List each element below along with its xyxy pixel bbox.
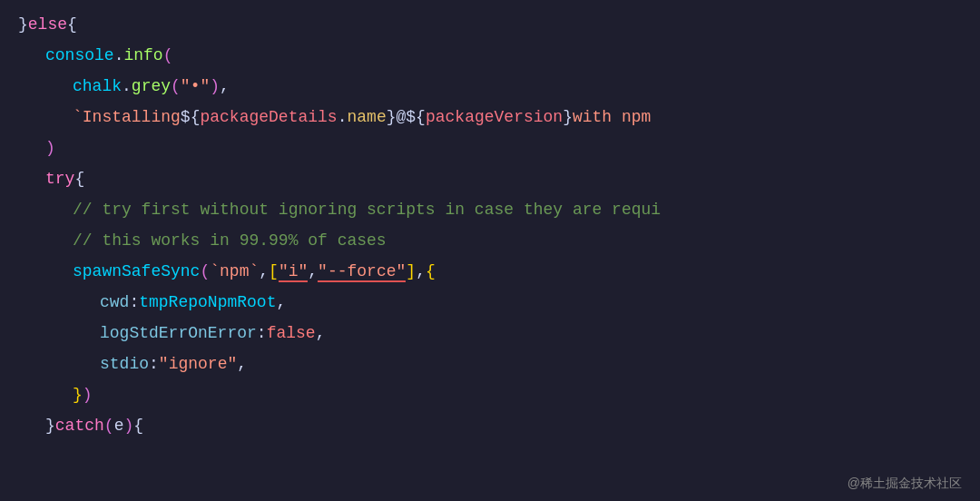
backtick-str: `Installing <box>73 102 181 133</box>
info-method: info <box>123 40 162 71</box>
paren5: ( <box>104 410 114 441</box>
code-line-13: }) <box>0 379 980 410</box>
code-line-10: cwd: tmpRepoNpmRoot, <box>0 287 980 318</box>
val-ignore: "ignore" <box>159 349 237 379</box>
close-call: ) <box>83 379 93 410</box>
prop-stdio: stdio <box>100 349 149 379</box>
template-dollar1: ${ <box>181 102 201 133</box>
prop-log: logStdErrOnError <box>100 318 257 349</box>
watermark-text: @稀土掘金技术社区 <box>848 476 962 490</box>
dot3: . <box>338 102 348 133</box>
comma5: , <box>276 287 286 318</box>
brace-open2: { <box>133 410 143 441</box>
code-line-5: ) <box>0 133 980 163</box>
string-bullet: "•" <box>181 71 210 102</box>
pkg-details: packageDetails <box>200 102 337 133</box>
chalk-obj: chalk <box>73 71 122 102</box>
colon2: : <box>257 318 267 349</box>
code-line-3: chalk.grey("•"), <box>0 71 980 102</box>
watermark: @稀土掘金技术社区 <box>848 476 962 492</box>
dot2: . <box>122 71 132 102</box>
pkg-version: packageVersion <box>426 102 563 133</box>
close-obj: } <box>73 379 83 410</box>
code-line-2: console.info( <box>0 40 980 71</box>
brace-open: { <box>67 9 77 40</box>
paren4: ( <box>200 256 210 287</box>
val-false: false <box>267 318 316 349</box>
comma7: , <box>237 349 247 379</box>
code-line-12: stdio: "ignore", <box>0 349 980 379</box>
err-var: e <box>114 410 124 441</box>
comma3: , <box>308 256 318 287</box>
val-cwd: tmpRepoNpmRoot <box>139 287 276 318</box>
brace-end1: }@${ <box>387 102 426 133</box>
keyword-else: else <box>28 9 67 40</box>
space: { <box>74 163 84 194</box>
colon1: : <box>129 287 139 318</box>
code-line-8: // this works in 99.99% of cases <box>0 225 980 256</box>
comma2: , <box>259 256 269 287</box>
comment2: // this works in 99.99% of cases <box>73 225 387 256</box>
colon3: : <box>149 349 159 379</box>
comment1: // try first without ignoring scripts in… <box>73 194 661 225</box>
brace-obj: { <box>426 256 436 287</box>
prop-cwd: cwd <box>100 287 129 318</box>
close-paren: ) <box>45 133 55 163</box>
code-content: } else { console.info( chalk.grey("•"), … <box>0 0 980 450</box>
code-line-14: } catch (e) { <box>0 410 980 441</box>
keyword-try: try <box>45 163 74 194</box>
grey-method: grey <box>132 71 171 102</box>
keyword-catch: catch <box>55 410 104 441</box>
brace-close2: } <box>45 410 55 441</box>
str-force: "--force" <box>318 256 406 287</box>
code-line-9: spawnSafeSync(`npm`, ["i", "--force"], { <box>0 256 980 287</box>
code-line-4: `Installing ${packageDetails.name}@${pac… <box>0 102 980 133</box>
code-editor: } else { console.info( chalk.grey("•"), … <box>0 0 980 501</box>
paren-open: ( <box>163 40 173 71</box>
code-line-7: // try first without ignoring scripts in… <box>0 194 980 225</box>
str-i: "i" <box>279 256 308 287</box>
brace-end2: } <box>563 102 573 133</box>
bracket2: ] <box>406 256 416 287</box>
code-line-1: } else { <box>0 9 980 40</box>
comma1: , <box>220 71 230 102</box>
code-line-6: try { <box>0 163 980 194</box>
console-obj: console <box>45 40 114 71</box>
comma6: , <box>316 318 326 349</box>
bracket1: [ <box>269 256 279 287</box>
with-text: with npm <box>573 102 651 133</box>
paren2: ( <box>171 71 181 102</box>
npm-backtick: `npm` <box>210 256 259 287</box>
paren6: ) <box>123 410 133 441</box>
comma4: , <box>416 256 426 287</box>
paren3: ) <box>210 71 220 102</box>
code-line-11: logStdErrOnError: false, <box>0 318 980 349</box>
dot1: . <box>114 40 124 71</box>
brace: } <box>18 9 28 40</box>
spawn-fn: spawnSafeSync <box>73 256 200 287</box>
pkg-name: name <box>347 102 386 133</box>
